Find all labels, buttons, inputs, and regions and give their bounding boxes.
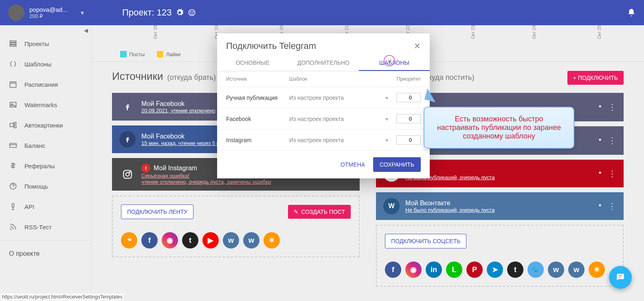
nav-autoimages[interactable]: Автокартинки: [0, 115, 91, 135]
connect-telegram-modal: Подключить Telegram ✕ ОСНОВНЫЕ ДОПОЛНИТЕ…: [217, 33, 430, 178]
tab-additional[interactable]: ДОПОЛНИТЕЛЬНО: [288, 55, 359, 71]
nav-watermarks[interactable]: Watermarks: [0, 94, 91, 115]
cancel-button[interactable]: ОТМЕНА: [341, 161, 365, 168]
facebook-icon[interactable]: f: [385, 261, 401, 278]
project-label: Проект: 123: [122, 7, 171, 18]
svg-rect-6: [10, 82, 16, 87]
svg-rect-9: [10, 123, 13, 127]
nav-label: Шаблоны: [24, 61, 51, 68]
modal-tabs: ОСНОВНЫЕ ДОПОЛНИТЕЛЬНО ШАБЛОНЫ: [217, 55, 430, 71]
sidebar-toggle[interactable]: ◂: [0, 25, 91, 33]
more-icon[interactable]: ⋮: [608, 169, 616, 178]
more-icon[interactable]: ⋮: [608, 201, 616, 211]
vk-icon[interactable]: w: [568, 261, 585, 278]
help-callout: Есть возможность быстро настраивать публ…: [424, 107, 574, 149]
vk-icon[interactable]: w: [548, 261, 564, 278]
nav-about[interactable]: О проекте: [0, 244, 91, 264]
close-icon[interactable]: ✕: [414, 41, 421, 51]
modal-title: Подключить Telegram: [226, 41, 316, 51]
cursor-highlight: ☟: [384, 55, 395, 66]
more-icon[interactable]: ⋮: [608, 136, 616, 145]
instagram-icon[interactable]: ◉: [405, 261, 422, 278]
save-button[interactable]: СОХРАНИТЬ: [373, 157, 421, 172]
nav-templates[interactable]: Шаблоны: [0, 54, 91, 74]
nav-label: Помощь: [24, 183, 48, 190]
telegram-icon[interactable]: ➤: [487, 261, 503, 278]
bell-icon[interactable]: [627, 8, 636, 17]
sources-title: Источники: [112, 70, 163, 83]
template-select[interactable]: Из настроек проекта: [289, 137, 396, 143]
rss-icon[interactable]: ༄: [121, 232, 137, 248]
tumblr-icon[interactable]: t: [507, 261, 523, 278]
nav-referrals[interactable]: Рефералы: [0, 156, 91, 176]
ok-icon[interactable]: ☀: [264, 232, 280, 248]
priority-input[interactable]: [396, 135, 421, 145]
pinterest-icon[interactable]: P: [466, 261, 483, 278]
chevron-down-icon: ▾: [81, 9, 84, 17]
gear-icon[interactable]: [596, 102, 604, 110]
youtube-icon[interactable]: ▶: [202, 232, 219, 248]
nav-projects[interactable]: Проекты: [0, 33, 91, 54]
vk-icon[interactable]: w: [243, 232, 259, 248]
nav-rss[interactable]: RSS-Тест: [0, 217, 91, 237]
nav-api[interactable]: API: [0, 196, 91, 217]
user-balance: 200 ₽: [29, 13, 68, 19]
svg-point-2: [193, 12, 193, 13]
th-source: Источник: [226, 76, 289, 82]
tick: Окт 23: [470, 25, 475, 39]
svg-rect-3: [10, 41, 16, 42]
more-icon[interactable]: ⋮: [608, 102, 616, 112]
row-source: Ручная публикация: [226, 94, 289, 101]
line-icon[interactable]: L: [446, 261, 462, 278]
nav-label: API: [24, 203, 34, 210]
svg-rect-12: [10, 143, 17, 147]
nav-label: Рефералы: [24, 163, 55, 169]
connect-account-button[interactable]: +ПОДКЛЮЧИТЬ: [567, 71, 624, 85]
card-title: Мой Instagram: [154, 165, 197, 172]
facebook-icon[interactable]: f: [141, 232, 158, 248]
smiley-icon[interactable]: [188, 9, 196, 17]
priority-input[interactable]: [396, 114, 421, 123]
account-card[interactable]: W Мой ВконтактеНе было публикаций, очере…: [376, 192, 624, 220]
card-title: Мой Вконтакте: [405, 200, 590, 207]
gear-icon[interactable]: [596, 169, 604, 177]
app-header: popova@ad... 200 ₽ ▾ Проект: 123: [0, 0, 644, 25]
nav-schedules[interactable]: Расписания: [0, 74, 91, 94]
tumblr-icon[interactable]: t: [182, 232, 198, 248]
svg-rect-10: [14, 122, 16, 124]
svg-point-15: [10, 229, 11, 230]
user-menu[interactable]: popova@ad... 200 ₽ ▾: [8, 4, 90, 21]
source-actions-box: ПОДКЛЮЧИТЬ ЛЕНТУ ✎СОЗДАТЬ ПОСТ ༄ f ◉ t ▶…: [112, 196, 360, 257]
gear-icon[interactable]: [176, 9, 184, 17]
nav-label: RSS-Тест: [24, 224, 52, 231]
sidebar: ◂ Проекты Шаблоны Расписания Watermarks …: [0, 25, 92, 301]
instagram-icon[interactable]: ◉: [162, 232, 178, 248]
template-select[interactable]: Из настроек проекта: [289, 116, 396, 122]
gear-icon[interactable]: [596, 201, 604, 209]
table-row: Instagram Из настроек проекта: [217, 130, 430, 151]
svg-rect-11: [14, 126, 16, 128]
alert-icon: !: [141, 164, 150, 173]
chat-fab[interactable]: [609, 266, 632, 289]
accounts-subtitle: (куда постить): [426, 73, 475, 82]
linkedin-icon[interactable]: in: [426, 261, 442, 278]
vk-icon[interactable]: w: [223, 232, 239, 248]
row-source: Instagram: [226, 137, 289, 143]
svg-point-21: [599, 105, 601, 108]
template-select[interactable]: Из настроек проекта: [289, 94, 396, 101]
gear-icon[interactable]: [596, 136, 604, 144]
card-error: чтение отключено, очередь пуста, замечен…: [141, 179, 338, 185]
connect-feed-button[interactable]: ПОДКЛЮЧИТЬ ЛЕНТУ: [121, 204, 193, 219]
twitter-icon[interactable]: 🐦: [528, 261, 544, 278]
tab-main[interactable]: ОСНОВНЫЕ: [217, 55, 288, 71]
sources-subtitle: (откуда брать): [167, 73, 216, 82]
nav-help[interactable]: Помощь: [0, 176, 91, 196]
th-priority: Приоритет: [392, 76, 421, 82]
project-selector[interactable]: Проект: 123: [122, 7, 196, 18]
connect-social-button[interactable]: ПОДКЛЮЧИТЬ СОЦСЕТЬ: [385, 234, 466, 248]
svg-point-22: [599, 139, 601, 141]
row-source: Facebook: [226, 116, 289, 122]
ok-icon[interactable]: ☀: [589, 261, 605, 278]
nav-balance[interactable]: Баланс: [0, 135, 91, 156]
create-post-button[interactable]: ✎СОЗДАТЬ ПОСТ: [288, 205, 351, 219]
